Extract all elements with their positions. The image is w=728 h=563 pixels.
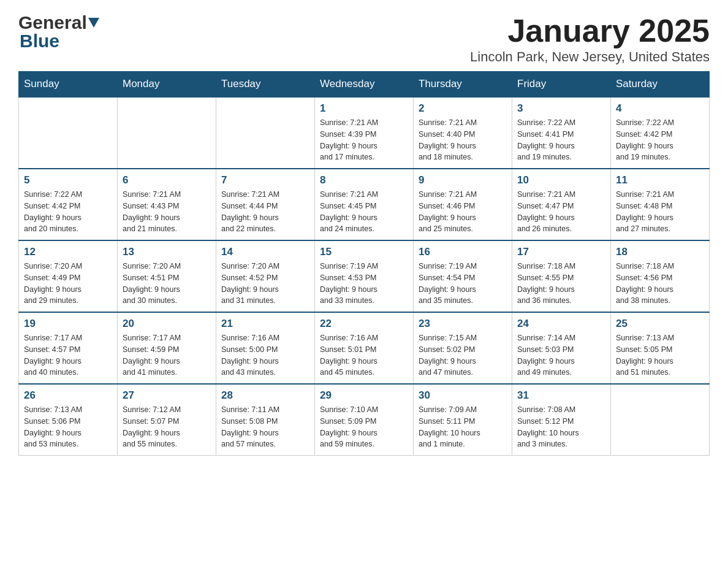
day-info: Sunrise: 7:11 AMSunset: 5:08 PMDaylight:…	[221, 404, 309, 450]
calendar-day-header: Monday	[118, 72, 216, 98]
calendar-week-row: 12Sunrise: 7:20 AMSunset: 4:49 PMDayligh…	[19, 240, 710, 312]
day-number: 22	[320, 318, 408, 330]
day-info: Sunrise: 7:17 AMSunset: 4:59 PMDaylight:…	[123, 332, 211, 378]
day-info: Sunrise: 7:12 AMSunset: 5:07 PMDaylight:…	[123, 404, 211, 450]
calendar-cell: 23Sunrise: 7:15 AMSunset: 5:02 PMDayligh…	[414, 312, 512, 384]
calendar-cell: 18Sunrise: 7:18 AMSunset: 4:56 PMDayligh…	[611, 240, 710, 312]
day-info: Sunrise: 7:21 AMSunset: 4:48 PMDaylight:…	[616, 189, 704, 235]
calendar-week-row: 19Sunrise: 7:17 AMSunset: 4:57 PMDayligh…	[19, 312, 710, 384]
calendar-day-header: Sunday	[19, 72, 118, 98]
day-number: 19	[24, 318, 112, 330]
calendar-cell: 15Sunrise: 7:19 AMSunset: 4:53 PMDayligh…	[315, 240, 414, 312]
location-title: Lincoln Park, New Jersey, United States	[470, 49, 710, 65]
day-info: Sunrise: 7:21 AMSunset: 4:43 PMDaylight:…	[123, 189, 211, 235]
logo: General Blue	[18, 12, 99, 52]
page-header: General Blue January 2025 Lincoln Park, …	[18, 12, 710, 65]
logo-arrow-icon	[88, 18, 99, 30]
day-info: Sunrise: 7:10 AMSunset: 5:09 PMDaylight:…	[320, 404, 408, 450]
day-info: Sunrise: 7:22 AMSunset: 4:42 PMDaylight:…	[24, 189, 112, 235]
day-number: 23	[419, 318, 507, 330]
day-info: Sunrise: 7:13 AMSunset: 5:06 PMDaylight:…	[24, 404, 112, 450]
day-info: Sunrise: 7:22 AMSunset: 4:41 PMDaylight:…	[517, 117, 605, 163]
day-info: Sunrise: 7:21 AMSunset: 4:45 PMDaylight:…	[320, 189, 408, 235]
day-number: 17	[517, 246, 605, 258]
day-number: 6	[123, 174, 211, 186]
calendar-day-header: Tuesday	[216, 72, 315, 98]
calendar-cell: 12Sunrise: 7:20 AMSunset: 4:49 PMDayligh…	[19, 240, 118, 312]
calendar-cell: 1Sunrise: 7:21 AMSunset: 4:39 PMDaylight…	[315, 97, 414, 169]
day-number: 2	[419, 102, 507, 115]
calendar-week-row: 5Sunrise: 7:22 AMSunset: 4:42 PMDaylight…	[19, 169, 710, 240]
calendar-cell: 16Sunrise: 7:19 AMSunset: 4:54 PMDayligh…	[414, 240, 512, 312]
day-number: 25	[616, 318, 704, 330]
calendar-cell: 7Sunrise: 7:21 AMSunset: 4:44 PMDaylight…	[216, 169, 315, 240]
calendar-cell	[19, 97, 118, 169]
day-info: Sunrise: 7:20 AMSunset: 4:51 PMDaylight:…	[123, 261, 211, 307]
day-number: 29	[320, 389, 408, 402]
calendar-cell: 28Sunrise: 7:11 AMSunset: 5:08 PMDayligh…	[216, 384, 315, 456]
calendar-week-row: 26Sunrise: 7:13 AMSunset: 5:06 PMDayligh…	[19, 384, 710, 456]
calendar-week-row: 1Sunrise: 7:21 AMSunset: 4:39 PMDaylight…	[19, 97, 710, 169]
day-number: 3	[517, 102, 605, 115]
day-number: 26	[24, 389, 112, 402]
calendar-day-header: Thursday	[414, 72, 512, 98]
calendar-cell	[611, 384, 710, 456]
day-info: Sunrise: 7:21 AMSunset: 4:47 PMDaylight:…	[517, 189, 605, 235]
day-info: Sunrise: 7:21 AMSunset: 4:46 PMDaylight:…	[419, 189, 507, 235]
calendar-cell: 8Sunrise: 7:21 AMSunset: 4:45 PMDaylight…	[315, 169, 414, 240]
day-info: Sunrise: 7:17 AMSunset: 4:57 PMDaylight:…	[24, 332, 112, 378]
calendar-cell: 29Sunrise: 7:10 AMSunset: 5:09 PMDayligh…	[315, 384, 414, 456]
day-info: Sunrise: 7:15 AMSunset: 5:02 PMDaylight:…	[419, 332, 507, 378]
calendar-table: SundayMondayTuesdayWednesdayThursdayFrid…	[18, 71, 710, 456]
calendar-cell: 24Sunrise: 7:14 AMSunset: 5:03 PMDayligh…	[512, 312, 611, 384]
day-number: 14	[221, 246, 309, 258]
day-number: 12	[24, 246, 112, 258]
day-info: Sunrise: 7:14 AMSunset: 5:03 PMDaylight:…	[517, 332, 605, 378]
calendar-cell: 11Sunrise: 7:21 AMSunset: 4:48 PMDayligh…	[611, 169, 710, 240]
calendar-cell: 19Sunrise: 7:17 AMSunset: 4:57 PMDayligh…	[19, 312, 118, 384]
day-info: Sunrise: 7:20 AMSunset: 4:49 PMDaylight:…	[24, 261, 112, 307]
calendar-header-row: SundayMondayTuesdayWednesdayThursdayFrid…	[19, 72, 710, 98]
title-section: January 2025 Lincoln Park, New Jersey, U…	[470, 12, 710, 65]
day-info: Sunrise: 7:16 AMSunset: 5:01 PMDaylight:…	[320, 332, 408, 378]
day-number: 31	[517, 389, 605, 402]
day-number: 11	[616, 174, 704, 186]
day-number: 8	[320, 174, 408, 186]
day-number: 21	[221, 318, 309, 330]
day-number: 1	[320, 102, 408, 115]
calendar-cell: 5Sunrise: 7:22 AMSunset: 4:42 PMDaylight…	[19, 169, 118, 240]
day-number: 16	[419, 246, 507, 258]
day-info: Sunrise: 7:20 AMSunset: 4:52 PMDaylight:…	[221, 261, 309, 307]
day-info: Sunrise: 7:19 AMSunset: 4:54 PMDaylight:…	[419, 261, 507, 307]
calendar-cell: 3Sunrise: 7:22 AMSunset: 4:41 PMDaylight…	[512, 97, 611, 169]
day-info: Sunrise: 7:18 AMSunset: 4:55 PMDaylight:…	[517, 261, 605, 307]
day-number: 9	[419, 174, 507, 186]
day-number: 15	[320, 246, 408, 258]
day-info: Sunrise: 7:18 AMSunset: 4:56 PMDaylight:…	[616, 261, 704, 307]
svg-marker-0	[88, 18, 99, 28]
calendar-cell	[216, 97, 315, 169]
calendar-cell: 25Sunrise: 7:13 AMSunset: 5:05 PMDayligh…	[611, 312, 710, 384]
day-number: 5	[24, 174, 112, 186]
calendar-cell: 9Sunrise: 7:21 AMSunset: 4:46 PMDaylight…	[414, 169, 512, 240]
day-info: Sunrise: 7:13 AMSunset: 5:05 PMDaylight:…	[616, 332, 704, 378]
day-info: Sunrise: 7:19 AMSunset: 4:53 PMDaylight:…	[320, 261, 408, 307]
calendar-cell: 10Sunrise: 7:21 AMSunset: 4:47 PMDayligh…	[512, 169, 611, 240]
day-info: Sunrise: 7:21 AMSunset: 4:44 PMDaylight:…	[221, 189, 309, 235]
calendar-day-header: Saturday	[611, 72, 710, 98]
calendar-cell: 4Sunrise: 7:22 AMSunset: 4:42 PMDaylight…	[611, 97, 710, 169]
calendar-day-header: Wednesday	[315, 72, 414, 98]
day-number: 28	[221, 389, 309, 402]
day-info: Sunrise: 7:22 AMSunset: 4:42 PMDaylight:…	[616, 117, 704, 163]
day-info: Sunrise: 7:08 AMSunset: 5:12 PMDaylight:…	[517, 404, 605, 450]
day-number: 30	[419, 389, 507, 402]
calendar-cell	[118, 97, 216, 169]
day-number: 10	[517, 174, 605, 186]
day-number: 18	[616, 246, 704, 258]
day-number: 20	[123, 318, 211, 330]
calendar-day-header: Friday	[512, 72, 611, 98]
calendar-cell: 13Sunrise: 7:20 AMSunset: 4:51 PMDayligh…	[118, 240, 216, 312]
day-number: 13	[123, 246, 211, 258]
calendar-cell: 2Sunrise: 7:21 AMSunset: 4:40 PMDaylight…	[414, 97, 512, 169]
calendar-cell: 14Sunrise: 7:20 AMSunset: 4:52 PMDayligh…	[216, 240, 315, 312]
